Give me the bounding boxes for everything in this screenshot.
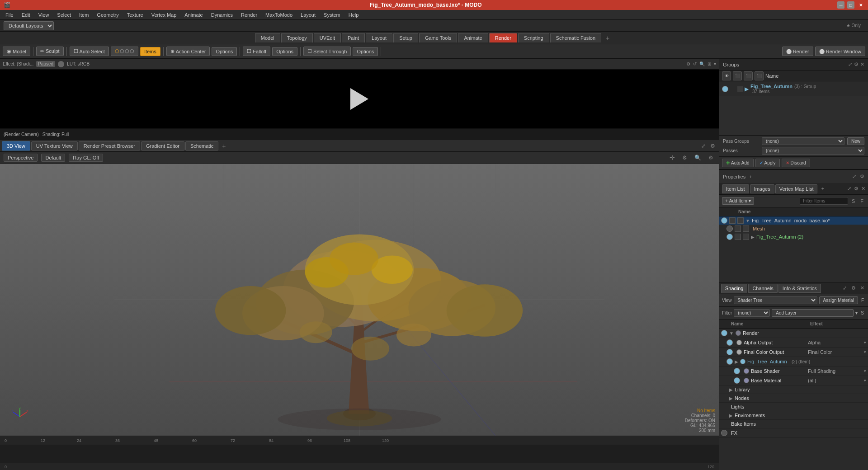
tab-schematic[interactable]: Schematic [185, 141, 218, 150]
tab-uv-texture[interactable]: UV Texture View [31, 141, 78, 150]
shading-eye-base-shader[interactable] [734, 368, 740, 374]
render-button[interactable]: ⬤ Render [782, 47, 813, 56]
options3-button[interactable]: Options [353, 47, 378, 56]
perspective-dropdown[interactable]: Perspective [4, 154, 38, 162]
menu-render[interactable]: Render [237, 11, 261, 19]
menu-animate[interactable]: Animate [181, 11, 206, 19]
options1-button[interactable]: Options [212, 47, 237, 56]
shading-row-bake-items[interactable]: Bake Items [719, 420, 868, 428]
item-row-scene[interactable]: ▼ Fig_Tree_Autumn_modo_base.lxo* [719, 216, 868, 225]
item-row-mesh[interactable]: Mesh [719, 225, 868, 233]
shading-expand-render[interactable]: ▼ [729, 331, 734, 336]
shading-row-library[interactable]: ▶ Library [719, 385, 868, 394]
tab-info-statistics[interactable]: Info & Statistics [778, 284, 821, 293]
menu-item[interactable]: Item [75, 11, 92, 19]
menu-layout[interactable]: Layout [297, 11, 319, 19]
add-layer-button[interactable]: Add Layer [772, 309, 854, 317]
shading-eye-final-color[interactable] [726, 349, 733, 355]
shading-row-final-color[interactable]: Final Color Output Final Color ▾ [719, 348, 868, 357]
groups-icon-4[interactable]: ⬛ [755, 71, 764, 80]
groups-icon-1[interactable]: 👁 [722, 71, 731, 80]
shading-row-base-shader[interactable]: Base Shader Full Shading ▾ [719, 367, 868, 376]
close-button[interactable]: ✕ [857, 1, 864, 9]
shading-eye-fig-tree[interactable] [726, 358, 733, 365]
add-view-tab-button[interactable]: + [219, 141, 228, 151]
shading-row-lights[interactable]: Lights [719, 403, 868, 411]
shading-row-fig-tree-item[interactable]: ▶ Fig_Tree_Autumn (2) (Item) [719, 357, 868, 367]
groups-settings-icon[interactable]: ⚙ [854, 61, 859, 67]
menu-view[interactable]: View [35, 11, 53, 19]
tab-shading[interactable]: Shading [721, 284, 747, 293]
tab-game-tools[interactable]: Game Tools [419, 33, 458, 42]
tab-uvedit[interactable]: UVEdit [314, 33, 341, 42]
item-list-close-icon[interactable]: ✕ [861, 186, 865, 192]
base-material-dropdown-arrow[interactable]: ▾ [864, 378, 866, 383]
tab-animate[interactable]: Animate [458, 33, 488, 42]
alpha-dropdown-arrow[interactable]: ▾ [864, 340, 866, 345]
shading-expand-nodes[interactable]: ▶ [729, 396, 733, 401]
groups-icon-2[interactable]: ⬛ [733, 71, 742, 80]
pass-groups-new-button[interactable]: New [847, 137, 864, 145]
tab-render-preset[interactable]: Render Preset Browser [79, 141, 140, 150]
menu-help[interactable]: Help [345, 11, 363, 19]
tab-topology[interactable]: Topology [281, 33, 313, 42]
groups-close-icon[interactable]: ✕ [860, 61, 864, 67]
menu-texture[interactable]: Texture [123, 11, 147, 19]
view-settings-icon[interactable]: ⚙ [708, 143, 717, 149]
add-main-tab-button[interactable]: + [602, 33, 613, 43]
properties-expand-btn[interactable]: + [749, 174, 752, 179]
pass-groups-dropdown[interactable]: (none) [762, 137, 844, 145]
tab-schematic-fusion[interactable]: Schematic Fusion [550, 33, 601, 42]
select-through-button[interactable]: ☐ Select Through [303, 47, 351, 56]
preview-zoom-icon[interactable]: 🔍 [699, 61, 705, 66]
shading-row-fx[interactable]: FX [719, 428, 868, 438]
group-expand-icon[interactable] [730, 86, 736, 92]
group-row-fig-tree[interactable]: ▶ Fig_Tree_Autumn (3) : Group 37 Items [720, 82, 867, 95]
menu-maxtomodo[interactable]: MaxToModo [262, 11, 296, 19]
shading-expand-icon[interactable]: ⤢ [841, 285, 849, 291]
tab-item-list[interactable]: Item List [722, 184, 749, 193]
shading-row-alpha[interactable]: Alpha Output Alpha ▾ [719, 338, 868, 348]
item-eye-1[interactable] [721, 217, 727, 224]
shading-row-nodes[interactable]: ▶ Nodes [719, 394, 868, 403]
menu-geometry[interactable]: Geometry [93, 11, 122, 19]
shading-settings-icon[interactable]: ⚙ [849, 285, 858, 291]
view-expand-icon[interactable]: ⤢ [699, 143, 708, 149]
f-shortcut-label[interactable]: F [860, 298, 865, 303]
shader-tree-dropdown[interactable]: Shader Tree [734, 296, 817, 304]
model-toggle[interactable]: ◉ Model [3, 47, 30, 56]
filter-s-icon[interactable]: S [850, 197, 857, 205]
timeline-tracks[interactable] [0, 445, 719, 463]
item-list-settings-icon[interactable]: ⚙ [854, 186, 859, 192]
3d-viewport[interactable]: No Items Channels: 0 Deformers: ON GL: 4… [0, 164, 719, 436]
preview-settings-icon[interactable]: ⚙ [686, 61, 690, 66]
shading-row-environments[interactable]: ▶ Environments [719, 411, 868, 420]
menu-file[interactable]: File [2, 11, 17, 19]
add-item-button[interactable]: + Add Item ▾ [722, 197, 754, 205]
shading-eye-fx[interactable] [721, 430, 727, 436]
item-list-expand-icon[interactable]: ⤢ [847, 186, 851, 192]
preview-more-icon[interactable]: ▾ [714, 61, 716, 66]
tab-channels[interactable]: Channels [748, 284, 777, 293]
preview-fit-icon[interactable]: ⊞ [708, 61, 711, 66]
assign-material-button[interactable]: Assign Material [819, 296, 858, 304]
final-color-dropdown-arrow[interactable]: ▾ [864, 350, 866, 354]
item-expand-3[interactable]: ▶ [751, 235, 755, 240]
menu-vertex-map[interactable]: Vertex Map [148, 11, 180, 19]
tab-render[interactable]: Render [489, 33, 517, 42]
maximize-button[interactable]: □ [847, 1, 854, 9]
tab-gradient-editor[interactable]: Gradient Editor [141, 141, 184, 150]
s-shortcut-label[interactable]: S [859, 310, 865, 315]
filter-dropdown[interactable]: (none) [734, 309, 770, 317]
tab-paint[interactable]: Paint [342, 33, 365, 42]
group-eye-icon[interactable] [722, 86, 728, 92]
tab-scripting[interactable]: Scripting [518, 33, 549, 42]
layout-dropdown[interactable]: Default Layouts [4, 21, 54, 30]
shading-eye-base-material[interactable] [734, 377, 740, 384]
tab-images[interactable]: Images [750, 184, 774, 193]
tab-setup[interactable]: Setup [393, 33, 418, 42]
item-eye-2[interactable] [726, 226, 733, 232]
viewport-search-icon[interactable]: 🔍 [693, 154, 703, 162]
passes-dropdown[interactable]: (none) [762, 147, 864, 155]
menu-dynamics[interactable]: Dynamics [208, 11, 236, 19]
